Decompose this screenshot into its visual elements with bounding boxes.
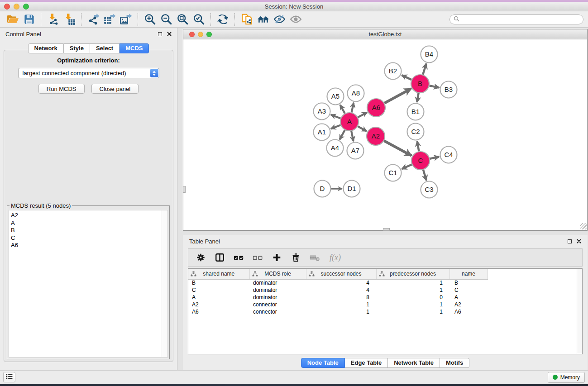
float-panel-icon[interactable] — [158, 32, 162, 36]
network-minimize-button[interactable] — [198, 32, 203, 37]
table-cell[interactable]: 1 — [306, 301, 376, 308]
zoom-out-icon[interactable] — [158, 13, 174, 26]
delete-table-icon[interactable] — [310, 253, 320, 262]
maximize-window-button[interactable] — [23, 4, 29, 10]
mcds-result-list[interactable]: A2ABCA6 — [9, 210, 168, 357]
table-cell[interactable]: A6 — [449, 308, 488, 315]
tab-select[interactable]: Select — [90, 43, 120, 53]
table-cell[interactable]: dominator — [249, 286, 306, 294]
table-cell[interactable]: connector — [249, 308, 306, 315]
deselect-all-icon[interactable] — [253, 253, 263, 262]
mcds-result-item[interactable]: B — [11, 227, 167, 234]
table-cell[interactable]: A2 — [449, 301, 488, 308]
mcds-result-item[interactable]: A — [11, 219, 167, 227]
table-cell[interactable]: A — [449, 294, 488, 301]
tab-mcds[interactable]: MCDS — [120, 43, 149, 53]
splitter-handle-left[interactable] — [183, 186, 186, 193]
table-cell[interactable]: B — [188, 279, 249, 286]
columns-icon[interactable] — [215, 253, 225, 262]
titlebar[interactable]: Session: New Session — [0, 2, 588, 11]
criterion-dropdown[interactable]: largest connected component (directed) — [18, 68, 159, 78]
table-cell[interactable]: 1 — [376, 279, 449, 286]
hide-eye-icon[interactable] — [271, 13, 287, 26]
run-mcds-button[interactable]: Run MCDS — [38, 84, 85, 94]
table-cell[interactable]: 1 — [306, 308, 376, 315]
minimize-window-button[interactable] — [14, 4, 19, 10]
import-network-icon[interactable] — [45, 13, 61, 26]
close-panel-button[interactable]: Close panel — [91, 84, 139, 94]
table-cell[interactable]: 4 — [306, 286, 376, 294]
network-maximize-button[interactable] — [206, 32, 212, 37]
table-cell[interactable]: A6 — [188, 308, 249, 315]
graph-edge-C-C4[interactable] — [430, 157, 439, 158]
graph-edge-A-A3[interactable] — [331, 115, 340, 119]
mcds-result-item[interactable]: A6 — [11, 242, 167, 249]
column-header-MCDS-role[interactable]: MCDS role — [249, 269, 306, 279]
task-history-button[interactable] — [3, 372, 15, 382]
table-tab-node-table[interactable]: Node Table — [301, 358, 345, 368]
graph-edge-A-A2[interactable] — [358, 126, 366, 131]
open-folder-icon[interactable] — [5, 13, 21, 26]
column-header-name[interactable]: name — [449, 269, 488, 279]
table-cell[interactable]: C — [188, 286, 249, 294]
gear-icon[interactable] — [196, 253, 206, 262]
graph-edge-A-A5[interactable] — [340, 105, 344, 114]
memory-button[interactable]: Memory — [548, 372, 585, 383]
graph-edge-C-C1[interactable] — [402, 164, 412, 169]
network-graph[interactable]: AA1A2A3A4A5A6A7A8BB1B2B3B4CC1C2C3C4DD1 — [183, 39, 587, 230]
table-tab-network-table[interactable]: Network Table — [388, 358, 440, 368]
table-row[interactable]: Cdominator41C — [188, 286, 582, 294]
column-header-predecessor-nodes[interactable]: predecessor nodes — [376, 269, 449, 279]
float-table-panel-icon[interactable] — [568, 239, 572, 243]
search-field[interactable] — [449, 14, 583, 24]
import-table-icon[interactable] — [61, 13, 77, 26]
graph-edge-B-B1[interactable] — [417, 93, 418, 102]
graph-edge-A6-B[interactable] — [384, 89, 411, 103]
splitter-handle-bottom[interactable] — [383, 228, 390, 231]
close-table-panel-icon[interactable] — [577, 239, 581, 243]
table-row[interactable]: Bdominator41B — [188, 279, 582, 286]
eye-icon[interactable] — [287, 13, 304, 26]
network-window-titlebar[interactable]: testGlobe.txt — [183, 29, 587, 39]
graph-edge-A-A1[interactable] — [331, 125, 340, 129]
table-cell[interactable]: 1 — [376, 308, 449, 315]
select-all-icon[interactable] — [234, 253, 244, 262]
table-cell[interactable]: C — [449, 286, 488, 294]
zoom-fit-icon[interactable] — [174, 13, 191, 26]
graph-edge-C-C2[interactable] — [417, 141, 419, 151]
clone-network-icon[interactable] — [239, 13, 255, 26]
mcds-result-item[interactable]: A2 — [11, 212, 167, 219]
column-header-successor-nodes[interactable]: successor nodes — [306, 269, 376, 279]
graph-edge-B-B2[interactable] — [402, 75, 411, 80]
delete-icon[interactable] — [291, 253, 301, 262]
window-resize-grip[interactable] — [580, 223, 587, 229]
tab-network[interactable]: Network — [28, 43, 64, 53]
close-window-button[interactable] — [4, 4, 10, 10]
export-network-icon[interactable] — [85, 13, 101, 26]
graph-edge-A-A7[interactable] — [351, 131, 354, 141]
table-cell[interactable]: 1 — [376, 301, 449, 308]
tab-style[interactable]: Style — [64, 43, 90, 53]
graph-edge-C-C3[interactable] — [423, 170, 426, 180]
mcds-result-item[interactable]: C — [11, 234, 167, 242]
table-tab-motifs[interactable]: Motifs — [440, 358, 469, 368]
export-table-icon[interactable] — [101, 13, 118, 26]
column-header-shared-name[interactable]: shared name — [188, 269, 249, 279]
add-icon[interactable] — [272, 253, 282, 262]
network-close-button[interactable] — [189, 32, 195, 37]
table-cell[interactable]: 0 — [376, 294, 449, 301]
graph-edge-B-B3[interactable] — [430, 86, 439, 87]
graph-edge-A-A6[interactable] — [358, 113, 367, 118]
zoom-selected-icon[interactable] — [191, 13, 207, 26]
table-cell[interactable]: 8 — [306, 294, 376, 301]
table-cell[interactable]: A — [188, 294, 249, 301]
save-icon[interactable] — [21, 13, 37, 26]
graph-edge-A2-C[interactable] — [384, 141, 411, 156]
table-cell[interactable]: dominator — [249, 279, 306, 286]
table-row[interactable]: A2connector11A2 — [188, 301, 582, 308]
export-image-icon[interactable] — [118, 13, 134, 26]
close-panel-icon[interactable] — [167, 32, 172, 36]
table-cell[interactable]: A2 — [188, 301, 249, 308]
network-canvas[interactable]: AA1A2A3A4A5A6A7A8BB1B2B3B4CC1C2C3C4DD1 — [183, 39, 587, 230]
table-cell[interactable]: connector — [249, 301, 306, 308]
